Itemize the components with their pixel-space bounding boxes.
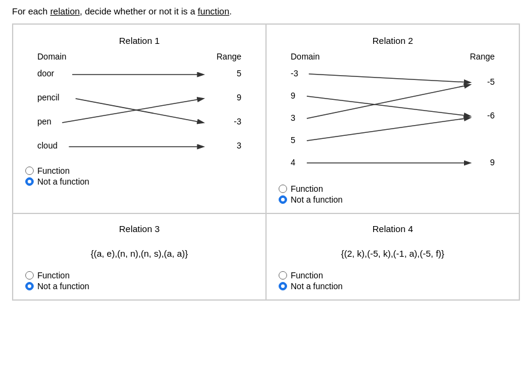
relation4-notfunction-option[interactable]: Not a function [279,281,507,291]
relation3-notfunction-label: Not a function [37,281,89,291]
relation4-notfunction-label: Not a function [291,281,342,291]
relation2-notfunction-radio[interactable] [279,195,287,204]
svg-line-4 [309,74,470,82]
relations-grid: Relation 1 Domain Range door pencil pen … [12,23,520,301]
relation4-radio-group: Function Not a function [279,271,507,291]
relation2-notfunction-option[interactable]: Not a function [279,195,507,204]
relation3-function-label: Function [37,271,70,280]
relation1-title: Relation 1 [25,35,253,46]
relation3-function-option[interactable]: Function [25,271,253,280]
relation1-function-option[interactable]: Function [25,166,253,176]
relation3-set: {(a, e),(n, n),(n, s),(a, a)} [25,248,253,259]
relation4-function-option[interactable]: Function [279,271,507,280]
relation4-title: Relation 4 [279,224,507,234]
relation2-function-label: Function [291,184,323,194]
svg-line-7 [307,118,470,141]
relation2-function-option[interactable]: Function [279,184,507,194]
header-text: For each relation, decide whether or not… [12,6,520,16]
relation3-title: Relation 3 [25,224,253,234]
relation4-set: {(2, k),(-5, k),(-1, a),(-5, f)} [279,248,507,259]
relation3-notfunction-option[interactable]: Not a function [25,281,253,291]
relation1-notfunction-radio[interactable] [25,177,34,186]
relation1-arrows [25,52,253,160]
relation2-title: Relation 2 [279,35,507,46]
relation-link: relation [50,6,79,16]
relation1-radio-group: Function Not a function [25,166,253,186]
relation2-function-radio[interactable] [279,185,287,193]
relation2-mapping: Domain Range -3 9 3 5 4 -5 -6 9 [279,52,507,178]
relation1-notfunction-option[interactable]: Not a function [25,177,253,186]
relation4-function-radio[interactable] [279,271,287,280]
function-link: function [198,6,230,16]
relation3-notfunction-radio[interactable] [25,282,34,290]
relation4-cell: Relation 4 {(2, k),(-5, k),(-1, a),(-5, … [266,213,519,300]
relation4-function-label: Function [291,271,323,280]
relation2-arrows [279,52,507,178]
relation1-mapping: Domain Range door pencil pen cloud 5 9 -… [25,52,253,160]
relation1-cell: Relation 1 Domain Range door pencil pen … [13,24,266,213]
relation3-function-radio[interactable] [25,271,34,280]
relation2-radio-group: Function Not a function [279,184,507,204]
relation1-function-label: Function [37,166,70,176]
relation2-notfunction-label: Not a function [291,195,342,204]
relation1-function-radio[interactable] [25,167,34,175]
relation4-notfunction-radio[interactable] [279,282,287,290]
relation2-cell: Relation 2 Domain Range -3 9 3 5 4 -5 -6… [266,24,519,213]
relation3-cell: Relation 3 {(a, e),(n, n),(n, s),(a, a)}… [13,213,266,300]
relation3-radio-group: Function Not a function [25,271,253,291]
relation1-notfunction-label: Not a function [37,177,89,186]
